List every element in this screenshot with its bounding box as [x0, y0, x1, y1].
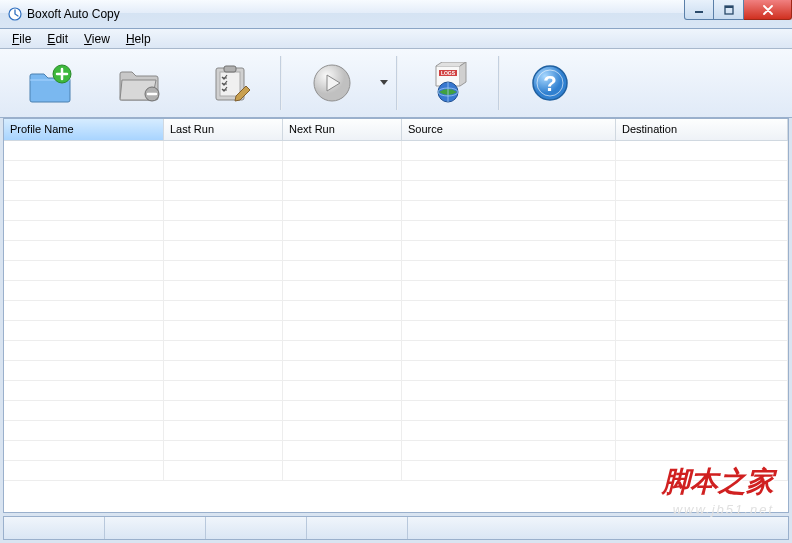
new-profile-button[interactable] [6, 53, 94, 113]
edit-profile-button[interactable] [186, 53, 274, 113]
window-controls [684, 0, 792, 20]
table-row [4, 201, 788, 221]
app-icon [8, 7, 22, 21]
logs-globe-icon: LOGS [424, 62, 472, 104]
menu-help[interactable]: Help [118, 30, 159, 48]
table-row [4, 161, 788, 181]
svg-rect-8 [224, 66, 236, 72]
clipboard-edit-icon [206, 62, 254, 104]
titlebar: Boxoft Auto Copy [0, 0, 792, 29]
statusbar [3, 516, 789, 540]
folder-add-icon [26, 62, 74, 104]
folder-remove-icon [116, 62, 164, 104]
table-row [4, 461, 788, 481]
minimize-button[interactable] [684, 0, 714, 20]
table-row [4, 421, 788, 441]
table-row [4, 361, 788, 381]
help-button[interactable]: ? [506, 53, 594, 113]
table-row [4, 221, 788, 241]
chevron-down-icon [380, 80, 388, 86]
table-row [4, 181, 788, 201]
svg-rect-1 [695, 11, 703, 13]
run-button[interactable] [288, 53, 376, 113]
table-row [4, 321, 788, 341]
column-next-run[interactable]: Next Run [283, 119, 402, 140]
table-row [4, 281, 788, 301]
table-row [4, 141, 788, 161]
table-row [4, 381, 788, 401]
toolbar: LOGS ? [0, 49, 792, 118]
close-button[interactable] [744, 0, 792, 20]
toolbar-separator [280, 56, 282, 110]
column-source[interactable]: Source [402, 119, 616, 140]
svg-rect-3 [725, 6, 733, 8]
svg-text:LOGS: LOGS [441, 70, 456, 76]
help-icon: ? [526, 62, 574, 104]
table-row [4, 341, 788, 361]
window-title: Boxoft Auto Copy [27, 7, 120, 21]
menu-file[interactable]: File [4, 30, 39, 48]
table-row [4, 261, 788, 281]
table-row [4, 441, 788, 461]
column-profile-name[interactable]: Profile Name [4, 119, 164, 140]
table-row [4, 401, 788, 421]
column-last-run[interactable]: Last Run [164, 119, 283, 140]
maximize-button[interactable] [714, 0, 744, 20]
menubar: File Edit View Help [0, 29, 792, 49]
menu-edit[interactable]: Edit [39, 30, 76, 48]
table-header: Profile Name Last Run Next Run Source De… [4, 119, 788, 141]
toolbar-separator [498, 56, 500, 110]
run-dropdown-button[interactable] [378, 53, 390, 113]
logs-button[interactable]: LOGS [404, 53, 492, 113]
table-body[interactable] [4, 141, 788, 512]
play-icon [308, 62, 356, 104]
table-row [4, 301, 788, 321]
profile-table: Profile Name Last Run Next Run Source De… [3, 118, 789, 513]
delete-profile-button[interactable] [96, 53, 184, 113]
table-row [4, 241, 788, 261]
menu-view[interactable]: View [76, 30, 118, 48]
toolbar-separator [396, 56, 398, 110]
column-destination[interactable]: Destination [616, 119, 788, 140]
svg-text:?: ? [543, 71, 556, 96]
